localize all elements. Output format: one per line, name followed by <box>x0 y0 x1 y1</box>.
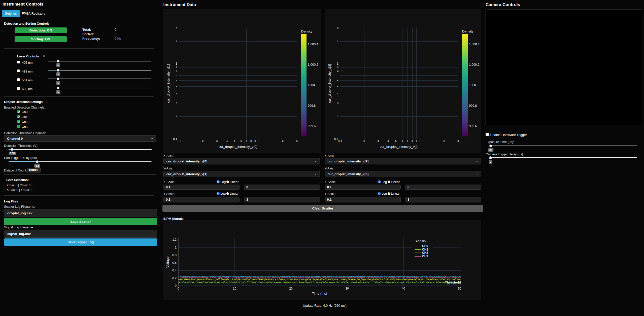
x-scale-linear-radio[interactable] <box>388 181 390 183</box>
y-scale-linear-radio[interactable] <box>388 192 390 195</box>
laser-controls-heading: Laser Controls <box>17 54 39 58</box>
laser-561-checkbox[interactable] <box>17 78 20 81</box>
x-max-value: 3 <box>246 185 248 189</box>
laser-633-label: 633 nm <box>22 87 32 91</box>
y-axis-label: Y-Axis: <box>325 166 334 170</box>
slider-handle[interactable] <box>57 69 59 72</box>
y-axis-select[interactable]: cur_droplet_intensity_v[1] <box>163 171 320 177</box>
x-axis-select-value: cur_droplet_intensity_v[0] <box>166 159 208 163</box>
svg-text:1.2: 1.2 <box>172 238 177 241</box>
ch3-checkbox[interactable] <box>17 125 20 128</box>
tab-fpga-registers[interactable]: FPGA Registers <box>20 10 47 17</box>
svg-text:0.4: 0.4 <box>172 269 177 272</box>
sorting-toggle-button[interactable]: Sorting: ON <box>15 36 67 42</box>
chevron-down-icon <box>315 174 317 175</box>
x-scale-radio-group: Log Linear <box>217 180 239 184</box>
svg-text:0: 0 <box>175 284 177 288</box>
datapoint-count-input[interactable]: 10000 <box>27 168 41 172</box>
y-axis-select-value: cur_droplet_intensity_v[3] <box>328 172 369 176</box>
x-scale-radio-group: Log Linear <box>378 180 400 184</box>
signal-log-filename-label: Signal Log Filename: <box>4 225 34 229</box>
save-scatter-label: Save Scatter <box>70 220 91 224</box>
x-scale-linear-radio[interactable] <box>226 181 229 183</box>
y-min-input[interactable]: 0.1 <box>163 197 240 202</box>
signal-log-filename-value: signal_log.csv <box>7 232 31 236</box>
ch1-checkbox[interactable] <box>17 115 20 118</box>
scatter-log-filename-input[interactable]: droplet_log.csv <box>4 209 157 217</box>
y-max-input[interactable]: 3 <box>244 197 320 202</box>
hardware-trigger-checkbox[interactable] <box>486 133 489 136</box>
sipm-signals-chart[interactable]: 00.20.40.60.811.201020304050Time (ms)Vol… <box>163 220 482 300</box>
y-max-input[interactable]: 3 <box>405 197 481 202</box>
slider-handle[interactable] <box>489 145 492 147</box>
ch2-checkbox[interactable] <box>17 120 20 123</box>
laser-405-checkbox[interactable] <box>17 61 20 63</box>
y-axis-select[interactable]: cur_droplet_intensity_v[3] <box>325 171 481 177</box>
x-scale-log-radio[interactable] <box>217 180 220 183</box>
x-min-input[interactable]: 0.1 <box>325 185 401 190</box>
slider-handle[interactable] <box>57 60 59 62</box>
threshold-channel-select[interactable]: Channel 0 <box>4 135 156 142</box>
y-min-value: 0.1 <box>166 198 171 201</box>
scatter-log-filename-value: droplet_log.csv <box>7 211 32 215</box>
x-axis-select[interactable]: cur_droplet_intensity_v[2] <box>325 158 481 164</box>
gate-selection-box: Gate Selection: Xmin: 0 | Ymin: 0 Xmax: … <box>4 174 156 192</box>
slider-handle[interactable] <box>57 87 59 89</box>
y-scale-linear-radio[interactable] <box>226 192 229 195</box>
y-min-input[interactable]: 0.1 <box>325 197 401 202</box>
slider-rail <box>489 157 637 158</box>
y-scale-radio-group: Log Linear <box>217 192 239 195</box>
slider-handle[interactable] <box>57 78 59 80</box>
x-scale-label: X-Scale: <box>325 180 337 184</box>
save-signal-log-button[interactable]: Save Signal Log <box>4 238 157 246</box>
sort-trigger-delay-label: Sort Trigger Delay (ms): <box>4 156 38 160</box>
log-files-heading: Log Files <box>4 199 18 203</box>
laser-405-label: 405 nm <box>22 61 32 64</box>
x-min-value: 0.1 <box>166 185 171 189</box>
svg-text:0.2: 0.2 <box>172 276 177 280</box>
x-min-input[interactable]: 0.1 <box>163 185 240 190</box>
x-axis-select-value: cur_droplet_intensity_v[2] <box>328 159 369 163</box>
x-max-input[interactable]: 3 <box>405 185 481 190</box>
signal-log-filename-input[interactable]: signal_log.csv <box>4 230 157 238</box>
chevron-down-icon <box>476 174 478 175</box>
laser-633-checkbox[interactable] <box>17 87 20 90</box>
check-icon <box>18 121 20 123</box>
laser-488-checkbox[interactable] <box>17 69 20 72</box>
svg-text:30: 30 <box>345 287 349 290</box>
svg-text:CH1: CH1 <box>422 248 428 251</box>
enabled-channels-label: Enabled Detection Channels: <box>4 106 45 109</box>
gate-max-values: Xmax: 0 | Ymax: 0 <box>7 188 32 192</box>
tab-settings[interactable]: Settings <box>2 10 20 17</box>
svg-text:0.8: 0.8 <box>172 253 177 257</box>
y-scale-linear-label: Linear <box>230 192 239 195</box>
ch0-checkbox[interactable] <box>17 110 20 113</box>
x-axis-label: X-Axis: <box>163 154 174 158</box>
slider-handle[interactable] <box>11 148 14 151</box>
x-scale-label: X-Scale: <box>163 180 176 184</box>
y-min-value: 0.1 <box>327 198 332 201</box>
y-scale-linear-label: Linear <box>391 192 400 195</box>
svg-text:Signals: Signals <box>415 239 426 243</box>
slider-handle[interactable] <box>36 160 39 163</box>
divider <box>4 195 154 196</box>
y-scale-log-label: Log <box>382 192 387 195</box>
detection-toggle-button[interactable]: Detection: ON <box>15 27 67 33</box>
check-icon <box>18 111 20 113</box>
ch1-label: Ch1 <box>22 115 27 119</box>
slider-handle[interactable] <box>489 156 492 159</box>
laser-405-value: 5 <box>56 63 60 67</box>
svg-text:CH0: CH0 <box>422 244 428 248</box>
y-scale-log-radio[interactable] <box>217 192 220 195</box>
x-max-value: 3 <box>408 185 409 189</box>
x-axis-select[interactable]: cur_droplet_intensity_v[0] <box>163 158 320 164</box>
x-scale-log-radio[interactable] <box>378 180 381 183</box>
stat-total-label: Total: <box>82 28 91 31</box>
camera-controls-panel: Camera Controls Enable Hardware Trigger … <box>486 0 644 316</box>
svg-text:50: 50 <box>458 287 461 290</box>
x-max-input[interactable]: 3 <box>244 185 320 190</box>
y-scale-log-radio[interactable] <box>378 192 381 195</box>
clear-scatter-button[interactable]: Clear Scatter <box>162 205 483 212</box>
save-scatter-button[interactable]: Save Scatter <box>4 218 157 225</box>
gate-selection-heading: Gate Selection: <box>6 178 29 182</box>
